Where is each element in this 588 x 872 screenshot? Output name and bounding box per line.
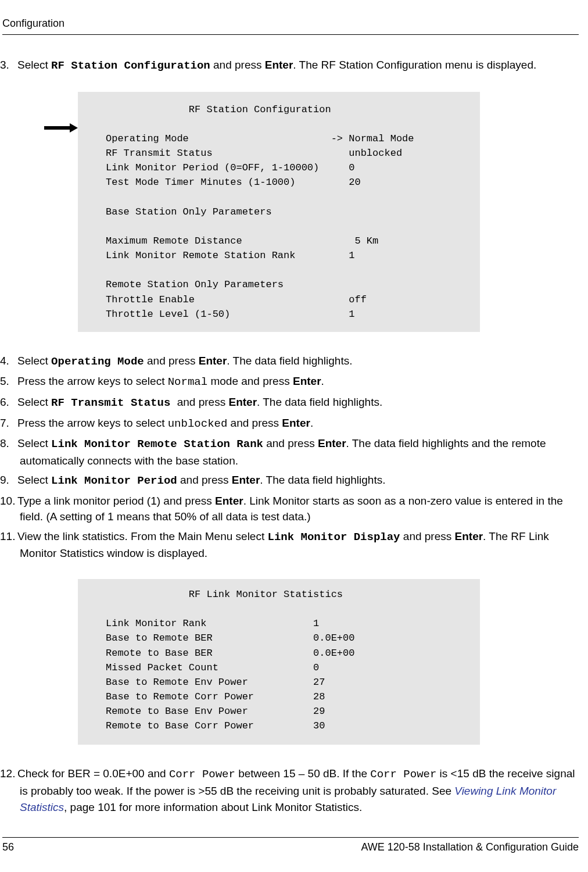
terminal-line: Remote to Base Corr Power 30 [106, 720, 325, 731]
step-8: 8.Select Link Monitor Remote Station Ran… [0, 435, 579, 469]
text: Select [17, 59, 51, 71]
text: Type a link monitor period (1) and press [17, 495, 215, 507]
text: . [310, 417, 313, 429]
page-header: Configuration [2, 17, 579, 30]
bold: Enter [318, 437, 346, 449]
terminal-line: Throttle Level (1-50) 1 [106, 309, 354, 320]
terminal-line: Maximum Remote Distance 5 Km [106, 235, 378, 246]
text: and press [400, 530, 455, 542]
terminal-line: Base to Remote BER 0.0E+00 [106, 632, 354, 644]
terminal-line: Remote to Base BER 0.0E+00 [106, 648, 354, 659]
step-12: 12.Check for BER = 0.0E+00 and Corr Powe… [0, 766, 579, 815]
text: , page 101 for more information about Li… [64, 801, 362, 813]
terminal-line: Link Monitor Rank 1 [106, 618, 319, 629]
terminal-line: Remote to Base Env Power 29 [106, 706, 325, 717]
text: Press the arrow keys to select [17, 375, 168, 387]
terminal-rf-link-monitor: RF Link Monitor Statistics Link Monitor … [78, 579, 480, 745]
terminal-line: Operating Mode -> Normal Mode [106, 133, 414, 144]
step-number: 5. [0, 373, 17, 389]
step-number: 8. [0, 435, 17, 452]
terminal-2-wrap: RF Link Monitor Statistics Link Monitor … [78, 579, 480, 745]
text: Select [17, 355, 51, 367]
footer-rule [2, 837, 579, 838]
text: Press the arrow keys to select [17, 417, 168, 429]
terminal-rf-station-config: RF Station Configuration Operating Mode … [78, 92, 480, 332]
step-number: 3. [0, 57, 17, 73]
terminal-line: Base Station Only Parameters [106, 206, 272, 217]
code: Normal [168, 376, 207, 388]
text: and press [177, 396, 229, 408]
step-number: 7. [0, 415, 17, 431]
terminal-line: Base to Remote Corr Power 28 [106, 691, 325, 702]
step-number: 6. [0, 394, 17, 410]
doc-title: AWE 120-58 Installation & Configuration … [361, 841, 579, 853]
terminal-line: Missed Packet Count 0 [106, 662, 319, 673]
code: Link Monitor Display [267, 531, 400, 544]
header-rule [2, 34, 579, 35]
text: View the link statistics. From the Main … [17, 530, 267, 542]
bold: Enter [265, 59, 293, 71]
code: RF Station Configuration [51, 59, 210, 72]
terminal-line: RF Transmit Status unblocked [106, 148, 402, 159]
text: Select [17, 396, 51, 408]
code: Link Monitor Remote Station Rank [51, 438, 263, 451]
terminal-1-wrap: RF Station Configuration Operating Mode … [78, 92, 480, 332]
text: . [321, 375, 324, 387]
text: . The data field highlights. [257, 396, 382, 408]
bold: Enter [232, 474, 260, 486]
step-6: 6.Select RF Transmit Status and press En… [0, 394, 579, 412]
step-3: 3.Select RF Station Configuration and pr… [0, 57, 579, 332]
text: and press [210, 59, 265, 71]
code: Operating Mode [51, 355, 144, 368]
steps-list: 3.Select RF Station Configuration and pr… [0, 57, 579, 815]
bold: Enter [215, 495, 243, 507]
step-number: 12. [0, 766, 17, 782]
terminal-line: Link Monitor Period (0=OFF, 1-10000) 0 [106, 162, 354, 173]
pointer-arrow-icon [44, 123, 78, 134]
page-footer: 56 AWE 120-58 Installation & Configurati… [0, 837, 579, 853]
text: and press [263, 437, 318, 449]
terminal-line: Test Mode Timer Minutes (1-1000) 20 [106, 177, 361, 188]
code: Corr Power [169, 768, 235, 781]
text: and press [227, 417, 282, 429]
bold: Enter [228, 396, 257, 408]
terminal-line: Throttle Enable off [106, 294, 367, 305]
step-10: 10.Type a link monitor period (1) and pr… [0, 493, 579, 525]
step-4: 4.Select Operating Mode and press Enter.… [0, 353, 579, 370]
text: . The data field highlights. [260, 474, 385, 486]
step-11: 11.View the link statistics. From the Ma… [0, 528, 579, 745]
code: unblocked [168, 417, 228, 430]
code: Corr Power [370, 768, 436, 781]
step-number: 10. [0, 493, 17, 509]
bold: Enter [282, 417, 310, 429]
terminal-line: Base to Remote Env Power 27 [106, 677, 325, 688]
text: . The data field highlights. [227, 355, 352, 367]
step-number: 4. [0, 353, 17, 369]
step-5: 5.Press the arrow keys to select Normal … [0, 373, 579, 391]
terminal-title: RF Station Configuration [106, 104, 331, 115]
code: Link Monitor Period [51, 474, 177, 487]
text: Check for BER = 0.0E+00 and [17, 767, 169, 780]
terminal-title: RF Link Monitor Statistics [106, 589, 343, 600]
step-number: 11. [0, 528, 17, 545]
step-9: 9.Select Link Monitor Period and press E… [0, 472, 579, 489]
text: Select [17, 437, 51, 449]
page-number: 56 [2, 841, 14, 853]
step-number: 9. [0, 472, 17, 488]
bold: Enter [455, 530, 483, 542]
bold: Enter [199, 355, 227, 367]
code: RF Transmit Status [51, 396, 177, 409]
text: and press [177, 474, 232, 486]
terminal-line: Remote Station Only Parameters [106, 279, 284, 290]
bold: Enter [293, 375, 321, 387]
text: and press [144, 355, 199, 367]
svg-rect-0 [44, 126, 70, 130]
page-content: Configuration 3.Select RF Station Config… [0, 0, 588, 872]
terminal-line: Link Monitor Remote Station Rank 1 [106, 250, 354, 261]
text: between 15 – 50 dB. If the [235, 767, 370, 780]
svg-marker-1 [70, 123, 78, 133]
text: mode and press [207, 375, 293, 387]
text: . The RF Station Configuration menu is d… [293, 59, 536, 71]
text: Select [17, 474, 51, 486]
step-7: 7.Press the arrow keys to select unblock… [0, 415, 579, 433]
